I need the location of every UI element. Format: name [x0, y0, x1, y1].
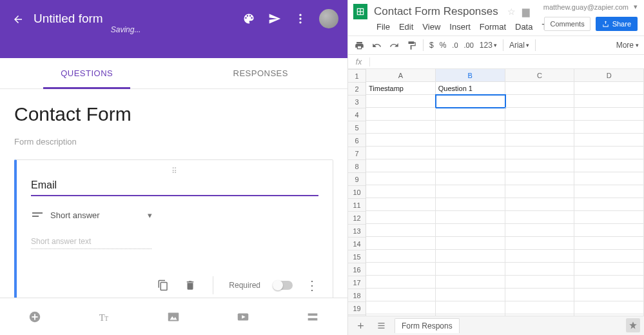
cell[interactable]: [436, 172, 505, 185]
formula-input[interactable]: [370, 57, 644, 66]
row-header[interactable]: 11: [348, 199, 366, 212]
cell[interactable]: [574, 198, 644, 211]
cell[interactable]: [505, 237, 575, 250]
more-vert-icon[interactable]: [293, 12, 307, 26]
cell[interactable]: [505, 134, 575, 147]
cell[interactable]: [436, 301, 505, 314]
cell[interactable]: [505, 224, 575, 237]
cell[interactable]: [505, 211, 575, 224]
row-header[interactable]: 2: [348, 83, 366, 96]
cell[interactable]: [366, 134, 436, 147]
cell[interactable]: [436, 185, 505, 198]
cell[interactable]: [366, 276, 436, 289]
cell[interactable]: [505, 301, 575, 314]
cell[interactable]: [366, 224, 436, 237]
col-header[interactable]: D: [574, 69, 644, 82]
col-header[interactable]: B: [436, 69, 505, 82]
cell[interactable]: [574, 301, 644, 314]
cell[interactable]: [436, 147, 505, 159]
share-button[interactable]: Share: [596, 17, 638, 31]
paint-format-icon[interactable]: [405, 39, 417, 51]
row-header[interactable]: 7: [348, 147, 366, 160]
tab-questions[interactable]: QUESTIONS: [0, 58, 174, 88]
cell[interactable]: [436, 211, 505, 224]
currency-button[interactable]: $: [429, 41, 434, 50]
palette-icon[interactable]: [242, 12, 256, 26]
cell[interactable]: [436, 250, 505, 263]
question-title-input[interactable]: [31, 177, 318, 196]
all-sheets-button[interactable]: [374, 319, 388, 333]
row-header[interactable]: 12: [348, 212, 366, 225]
add-video-button[interactable]: [208, 310, 278, 324]
row-header[interactable]: 5: [348, 121, 366, 134]
cell[interactable]: [505, 82, 575, 95]
form-description[interactable]: Form description: [14, 137, 333, 147]
tab-responses[interactable]: RESPONSES: [174, 58, 348, 88]
question-type-select[interactable]: Short answer ▾: [31, 207, 153, 224]
cell[interactable]: [574, 82, 644, 95]
cell[interactable]: [574, 147, 644, 159]
cell[interactable]: [436, 95, 505, 108]
col-header[interactable]: C: [505, 69, 575, 82]
decrease-decimal-button[interactable]: .0: [452, 41, 458, 49]
row-header[interactable]: 3: [348, 96, 366, 108]
folder-icon[interactable]: ▆: [522, 6, 530, 17]
redo-icon[interactable]: [388, 39, 400, 51]
col-header[interactable]: A: [366, 69, 436, 82]
menu-format[interactable]: Format: [480, 22, 506, 32]
cell[interactable]: [366, 211, 436, 224]
cell[interactable]: [505, 159, 575, 172]
sheets-logo-icon[interactable]: [353, 4, 367, 19]
row-header[interactable]: 9: [348, 173, 366, 186]
menu-data[interactable]: Data: [515, 22, 532, 32]
cell[interactable]: [366, 185, 436, 198]
explore-button[interactable]: [626, 318, 640, 332]
grid-rows[interactable]: TimestampQuestion 1: [366, 82, 644, 316]
send-icon[interactable]: [268, 12, 282, 26]
cell[interactable]: [436, 134, 505, 147]
cell[interactable]: [505, 121, 575, 134]
cell[interactable]: [505, 147, 575, 159]
row-header[interactable]: 15: [348, 250, 366, 263]
font-select[interactable]: Arial ▾: [509, 41, 529, 50]
cell[interactable]: [436, 108, 505, 121]
percent-button[interactable]: %: [440, 41, 447, 50]
cell[interactable]: [505, 263, 575, 276]
forms-file-title[interactable]: Untitled form: [34, 12, 103, 26]
cell[interactable]: [574, 185, 644, 198]
cell[interactable]: [436, 198, 505, 211]
cell[interactable]: [505, 198, 575, 211]
cell[interactable]: [574, 211, 644, 224]
cell[interactable]: [574, 159, 644, 172]
cell[interactable]: [574, 121, 644, 134]
form-title[interactable]: Contact Form: [14, 103, 333, 125]
menu-file[interactable]: File: [376, 22, 390, 32]
row-header[interactable]: 13: [348, 225, 366, 238]
cell[interactable]: [366, 289, 436, 301]
cell[interactable]: [366, 159, 436, 172]
print-icon[interactable]: [353, 39, 365, 51]
cell[interactable]: [366, 237, 436, 250]
delete-button[interactable]: [183, 278, 197, 292]
drag-handle-icon[interactable]: ⠿: [31, 167, 318, 176]
row-headers[interactable]: 12345678910111213141516171819202122: [348, 70, 366, 316]
number-format-select[interactable]: 123 ▾: [480, 41, 497, 50]
cell[interactable]: [366, 95, 436, 108]
cell[interactable]: [574, 172, 644, 185]
sheet-tab[interactable]: Form Respons: [395, 318, 460, 333]
toolbar-more[interactable]: More ▾: [616, 41, 639, 50]
cell[interactable]: [574, 289, 644, 301]
email-dropdown-icon[interactable]: ▾: [634, 3, 638, 11]
comments-button[interactable]: Comments: [544, 17, 590, 31]
cell[interactable]: [436, 159, 505, 172]
cell[interactable]: [574, 237, 644, 250]
row-header[interactable]: 18: [348, 289, 366, 302]
add-image-button[interactable]: [139, 310, 209, 324]
cell[interactable]: [366, 301, 436, 314]
sheets-file-title[interactable]: Contact Form Responses: [374, 5, 498, 18]
row-header[interactable]: 1: [348, 70, 366, 83]
cell[interactable]: [436, 263, 505, 276]
cell[interactable]: [436, 289, 505, 301]
spreadsheet-grid[interactable]: 12345678910111213141516171819202122 ABCD…: [348, 69, 644, 316]
cell[interactable]: [436, 121, 505, 134]
